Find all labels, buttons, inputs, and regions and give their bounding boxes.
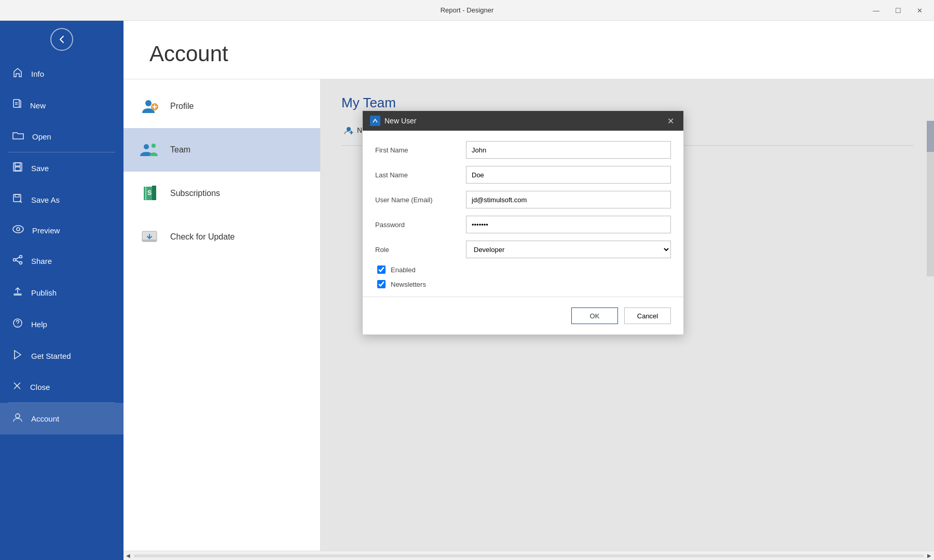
svg-rect-0	[13, 100, 19, 107]
username-input[interactable]	[466, 191, 671, 208]
sidebar-item-share[interactable]: Share	[0, 245, 123, 277]
username-label: User Name (Email)	[375, 196, 466, 204]
section-item-check-update[interactable]: Check for Update	[123, 215, 320, 259]
svg-line-13	[16, 257, 20, 259]
sidebar-item-new-label: New	[30, 101, 46, 110]
profile-icon	[139, 96, 160, 117]
preview-icon	[12, 225, 24, 236]
enabled-checkbox[interactable]	[377, 265, 386, 274]
svg-text:S: S	[147, 189, 152, 197]
sidebar-item-account[interactable]: Account	[0, 403, 123, 435]
sidebar-item-open-label: Open	[32, 132, 51, 141]
close-window-button[interactable]: ✕	[914, 5, 926, 15]
newsletters-checkbox[interactable]	[377, 280, 386, 288]
maximize-button[interactable]: ☐	[892, 5, 904, 15]
sidebar-item-help[interactable]: Help	[0, 309, 123, 340]
last-name-row: Last Name	[375, 166, 671, 184]
section-profile-label: Profile	[170, 102, 194, 111]
modal-app-icon	[370, 116, 380, 126]
svg-point-12	[20, 262, 22, 264]
home-icon	[12, 67, 23, 80]
sidebar-item-publish[interactable]: Publish	[0, 277, 123, 309]
sections-list: Profile Team	[123, 79, 321, 551]
section-item-team[interactable]: Team	[123, 128, 320, 172]
cancel-button[interactable]: Cancel	[624, 307, 671, 324]
new-doc-icon	[12, 99, 22, 112]
scroll-left-arrow[interactable]: ◀	[123, 551, 133, 561]
sidebar-item-save-as-label: Save As	[31, 195, 60, 204]
svg-rect-5	[15, 167, 20, 171]
back-button[interactable]	[0, 21, 123, 58]
scroll-right-arrow[interactable]: ▶	[925, 551, 934, 561]
svg-point-26	[152, 144, 156, 148]
get-started-icon	[12, 349, 23, 362]
section-subscriptions-label: Subscriptions	[170, 189, 220, 198]
publish-icon	[12, 286, 23, 299]
newsletters-row: Newsletters	[375, 280, 671, 288]
password-label: Password	[375, 221, 466, 229]
account-sections: Profile Team	[123, 79, 934, 551]
sidebar-item-save-as[interactable]: Save As	[0, 184, 123, 216]
svg-point-10	[20, 256, 22, 258]
last-name-input[interactable]	[466, 166, 671, 184]
section-item-subscriptions[interactable]: S Subscriptions	[123, 172, 320, 215]
modal-close-button[interactable]: ✕	[665, 115, 676, 127]
scroll-track	[134, 554, 924, 557]
window-controls: — ☐ ✕	[870, 5, 926, 15]
back-arrow-icon	[50, 28, 73, 51]
help-icon	[12, 318, 23, 331]
update-icon	[139, 227, 160, 247]
ok-button[interactable]: OK	[571, 307, 618, 324]
sidebar-item-info[interactable]: Info	[0, 58, 123, 90]
folder-icon	[12, 131, 24, 143]
section-team-label: Team	[170, 145, 190, 155]
svg-point-9	[17, 228, 20, 231]
save-as-icon	[12, 193, 23, 206]
sidebar-item-new[interactable]: New	[0, 90, 123, 121]
svg-point-20	[16, 414, 20, 418]
first-name-input[interactable]	[466, 141, 671, 159]
svg-point-8	[13, 226, 23, 233]
team-icon	[139, 139, 160, 160]
svg-point-11	[13, 259, 16, 261]
bottom-scrollbar[interactable]: ◀ ▶	[123, 551, 934, 560]
minimize-button[interactable]: —	[870, 5, 883, 15]
page-title: Account	[123, 21, 934, 79]
sidebar: Info New Open	[0, 21, 123, 560]
modal-body: First Name Last Name User Name (Email)	[363, 131, 683, 334]
svg-line-14	[16, 260, 20, 262]
app-layout: Info New Open	[0, 21, 934, 560]
subscriptions-icon: S	[139, 183, 160, 204]
new-user-dialog: New User ✕ First Name	[362, 110, 684, 335]
first-name-row: First Name	[375, 141, 671, 159]
share-icon	[12, 255, 23, 268]
content-area: Account Profile	[123, 21, 934, 560]
window-title: Report - Designer	[441, 6, 494, 14]
section-item-profile[interactable]: Profile	[123, 85, 320, 128]
modal-footer-divider	[363, 297, 683, 297]
title-bar: Report - Designer — ☐ ✕	[0, 0, 934, 21]
svg-rect-4	[15, 163, 20, 166]
svg-point-16	[17, 325, 18, 326]
sidebar-item-save-label: Save	[31, 164, 49, 173]
sidebar-item-open[interactable]: Open	[0, 121, 123, 152]
modal-title-text: New User	[384, 117, 416, 125]
modal-overlay: New User ✕ First Name	[321, 79, 934, 551]
username-row: User Name (Email)	[375, 191, 671, 208]
newsletters-label: Newsletters	[391, 281, 426, 288]
sidebar-item-publish-label: Publish	[31, 288, 57, 297]
role-select[interactable]: Developer Admin Viewer Designer	[466, 241, 671, 258]
section-check-update-label: Check for Update	[170, 232, 235, 242]
sidebar-item-share-label: Share	[31, 257, 52, 265]
password-input[interactable]	[466, 216, 671, 233]
sidebar-item-get-started[interactable]: Get Started	[0, 340, 123, 372]
sidebar-item-help-label: Help	[31, 320, 47, 329]
password-row: Password	[375, 216, 671, 233]
sidebar-item-preview[interactable]: Preview	[0, 216, 123, 245]
sidebar-item-close[interactable]: Close	[0, 372, 123, 402]
sidebar-item-get-started-label: Get Started	[31, 352, 71, 360]
svg-point-25	[144, 144, 149, 149]
sidebar-item-save[interactable]: Save	[0, 152, 123, 184]
role-label: Role	[375, 246, 466, 254]
last-name-label: Last Name	[375, 171, 466, 179]
